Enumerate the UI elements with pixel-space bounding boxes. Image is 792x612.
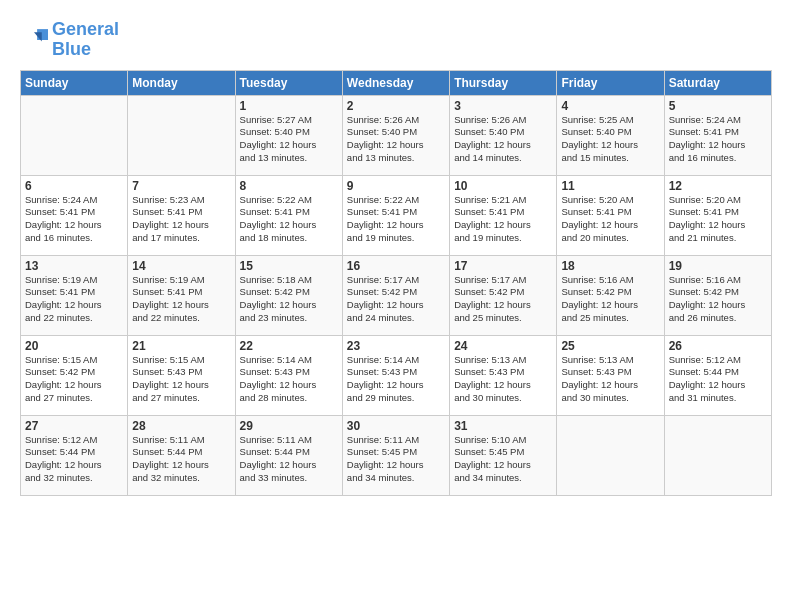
calendar-cell: 8Sunrise: 5:22 AM Sunset: 5:41 PM Daylig… [235, 175, 342, 255]
day-info: Sunrise: 5:20 AM Sunset: 5:41 PM Dayligh… [561, 194, 659, 245]
day-number: 28 [132, 419, 230, 433]
day-info: Sunrise: 5:15 AM Sunset: 5:42 PM Dayligh… [25, 354, 123, 405]
day-info: Sunrise: 5:17 AM Sunset: 5:42 PM Dayligh… [347, 274, 445, 325]
week-row-2: 6Sunrise: 5:24 AM Sunset: 5:41 PM Daylig… [21, 175, 772, 255]
calendar-cell: 3Sunrise: 5:26 AM Sunset: 5:40 PM Daylig… [450, 95, 557, 175]
day-number: 1 [240, 99, 338, 113]
calendar-cell: 11Sunrise: 5:20 AM Sunset: 5:41 PM Dayli… [557, 175, 664, 255]
logo: General Blue [20, 20, 119, 60]
day-number: 9 [347, 179, 445, 193]
day-info: Sunrise: 5:16 AM Sunset: 5:42 PM Dayligh… [561, 274, 659, 325]
calendar-cell: 21Sunrise: 5:15 AM Sunset: 5:43 PM Dayli… [128, 335, 235, 415]
day-info: Sunrise: 5:11 AM Sunset: 5:44 PM Dayligh… [132, 434, 230, 485]
day-info: Sunrise: 5:17 AM Sunset: 5:42 PM Dayligh… [454, 274, 552, 325]
calendar-cell: 18Sunrise: 5:16 AM Sunset: 5:42 PM Dayli… [557, 255, 664, 335]
day-number: 14 [132, 259, 230, 273]
day-number: 15 [240, 259, 338, 273]
calendar-cell: 30Sunrise: 5:11 AM Sunset: 5:45 PM Dayli… [342, 415, 449, 495]
logo-text: General Blue [52, 20, 119, 60]
calendar-cell: 25Sunrise: 5:13 AM Sunset: 5:43 PM Dayli… [557, 335, 664, 415]
day-info: Sunrise: 5:20 AM Sunset: 5:41 PM Dayligh… [669, 194, 767, 245]
calendar-cell: 17Sunrise: 5:17 AM Sunset: 5:42 PM Dayli… [450, 255, 557, 335]
day-info: Sunrise: 5:12 AM Sunset: 5:44 PM Dayligh… [669, 354, 767, 405]
calendar-table: SundayMondayTuesdayWednesdayThursdayFrid… [20, 70, 772, 496]
header-row: SundayMondayTuesdayWednesdayThursdayFrid… [21, 70, 772, 95]
day-number: 24 [454, 339, 552, 353]
day-number: 4 [561, 99, 659, 113]
day-info: Sunrise: 5:25 AM Sunset: 5:40 PM Dayligh… [561, 114, 659, 165]
calendar-cell: 22Sunrise: 5:14 AM Sunset: 5:43 PM Dayli… [235, 335, 342, 415]
day-number: 13 [25, 259, 123, 273]
day-number: 8 [240, 179, 338, 193]
week-row-4: 20Sunrise: 5:15 AM Sunset: 5:42 PM Dayli… [21, 335, 772, 415]
calendar-cell: 26Sunrise: 5:12 AM Sunset: 5:44 PM Dayli… [664, 335, 771, 415]
day-number: 17 [454, 259, 552, 273]
day-number: 12 [669, 179, 767, 193]
day-info: Sunrise: 5:10 AM Sunset: 5:45 PM Dayligh… [454, 434, 552, 485]
day-info: Sunrise: 5:23 AM Sunset: 5:41 PM Dayligh… [132, 194, 230, 245]
day-header-friday: Friday [557, 70, 664, 95]
calendar-cell: 23Sunrise: 5:14 AM Sunset: 5:43 PM Dayli… [342, 335, 449, 415]
day-info: Sunrise: 5:11 AM Sunset: 5:44 PM Dayligh… [240, 434, 338, 485]
day-number: 27 [25, 419, 123, 433]
day-number: 11 [561, 179, 659, 193]
day-header-monday: Monday [128, 70, 235, 95]
day-info: Sunrise: 5:15 AM Sunset: 5:43 PM Dayligh… [132, 354, 230, 405]
day-number: 23 [347, 339, 445, 353]
day-number: 7 [132, 179, 230, 193]
calendar-cell: 13Sunrise: 5:19 AM Sunset: 5:41 PM Dayli… [21, 255, 128, 335]
day-header-saturday: Saturday [664, 70, 771, 95]
calendar-cell: 9Sunrise: 5:22 AM Sunset: 5:41 PM Daylig… [342, 175, 449, 255]
day-info: Sunrise: 5:22 AM Sunset: 5:41 PM Dayligh… [347, 194, 445, 245]
day-info: Sunrise: 5:26 AM Sunset: 5:40 PM Dayligh… [347, 114, 445, 165]
day-number: 6 [25, 179, 123, 193]
week-row-5: 27Sunrise: 5:12 AM Sunset: 5:44 PM Dayli… [21, 415, 772, 495]
calendar-cell [557, 415, 664, 495]
day-number: 16 [347, 259, 445, 273]
day-header-wednesday: Wednesday [342, 70, 449, 95]
logo-icon [20, 26, 48, 54]
day-number: 2 [347, 99, 445, 113]
calendar-cell: 28Sunrise: 5:11 AM Sunset: 5:44 PM Dayli… [128, 415, 235, 495]
day-info: Sunrise: 5:18 AM Sunset: 5:42 PM Dayligh… [240, 274, 338, 325]
calendar-cell: 31Sunrise: 5:10 AM Sunset: 5:45 PM Dayli… [450, 415, 557, 495]
calendar-cell: 4Sunrise: 5:25 AM Sunset: 5:40 PM Daylig… [557, 95, 664, 175]
day-info: Sunrise: 5:24 AM Sunset: 5:41 PM Dayligh… [25, 194, 123, 245]
day-number: 18 [561, 259, 659, 273]
week-row-3: 13Sunrise: 5:19 AM Sunset: 5:41 PM Dayli… [21, 255, 772, 335]
day-number: 3 [454, 99, 552, 113]
day-info: Sunrise: 5:13 AM Sunset: 5:43 PM Dayligh… [561, 354, 659, 405]
day-number: 10 [454, 179, 552, 193]
calendar-cell: 2Sunrise: 5:26 AM Sunset: 5:40 PM Daylig… [342, 95, 449, 175]
day-info: Sunrise: 5:19 AM Sunset: 5:41 PM Dayligh… [132, 274, 230, 325]
day-header-tuesday: Tuesday [235, 70, 342, 95]
calendar-cell: 19Sunrise: 5:16 AM Sunset: 5:42 PM Dayli… [664, 255, 771, 335]
day-info: Sunrise: 5:13 AM Sunset: 5:43 PM Dayligh… [454, 354, 552, 405]
day-info: Sunrise: 5:16 AM Sunset: 5:42 PM Dayligh… [669, 274, 767, 325]
day-number: 30 [347, 419, 445, 433]
calendar-cell: 15Sunrise: 5:18 AM Sunset: 5:42 PM Dayli… [235, 255, 342, 335]
day-info: Sunrise: 5:11 AM Sunset: 5:45 PM Dayligh… [347, 434, 445, 485]
day-number: 21 [132, 339, 230, 353]
calendar-cell: 12Sunrise: 5:20 AM Sunset: 5:41 PM Dayli… [664, 175, 771, 255]
calendar-cell: 5Sunrise: 5:24 AM Sunset: 5:41 PM Daylig… [664, 95, 771, 175]
day-header-sunday: Sunday [21, 70, 128, 95]
calendar-cell [664, 415, 771, 495]
day-info: Sunrise: 5:21 AM Sunset: 5:41 PM Dayligh… [454, 194, 552, 245]
calendar-cell: 27Sunrise: 5:12 AM Sunset: 5:44 PM Dayli… [21, 415, 128, 495]
day-number: 19 [669, 259, 767, 273]
day-info: Sunrise: 5:22 AM Sunset: 5:41 PM Dayligh… [240, 194, 338, 245]
day-number: 5 [669, 99, 767, 113]
day-info: Sunrise: 5:12 AM Sunset: 5:44 PM Dayligh… [25, 434, 123, 485]
day-info: Sunrise: 5:14 AM Sunset: 5:43 PM Dayligh… [347, 354, 445, 405]
calendar-cell [21, 95, 128, 175]
day-number: 26 [669, 339, 767, 353]
calendar-cell: 29Sunrise: 5:11 AM Sunset: 5:44 PM Dayli… [235, 415, 342, 495]
day-info: Sunrise: 5:19 AM Sunset: 5:41 PM Dayligh… [25, 274, 123, 325]
calendar-cell: 1Sunrise: 5:27 AM Sunset: 5:40 PM Daylig… [235, 95, 342, 175]
calendar-cell: 10Sunrise: 5:21 AM Sunset: 5:41 PM Dayli… [450, 175, 557, 255]
calendar-cell: 16Sunrise: 5:17 AM Sunset: 5:42 PM Dayli… [342, 255, 449, 335]
day-number: 20 [25, 339, 123, 353]
week-row-1: 1Sunrise: 5:27 AM Sunset: 5:40 PM Daylig… [21, 95, 772, 175]
calendar-cell: 20Sunrise: 5:15 AM Sunset: 5:42 PM Dayli… [21, 335, 128, 415]
